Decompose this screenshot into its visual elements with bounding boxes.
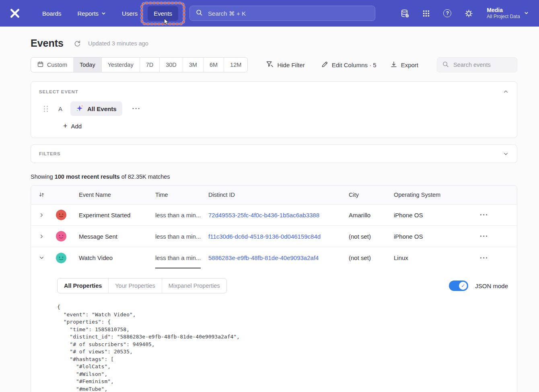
row-menu-button[interactable]: ··· [480,254,488,262]
all-events-label: All Events [87,105,117,112]
avatar [56,231,66,241]
nav-item-label: Reports [78,10,99,17]
date-range-3m[interactable]: 3M [183,58,203,72]
results-summary: Showing 100 most recent results of 82.35… [31,173,517,180]
calendar-icon [37,61,44,69]
hide-filter-button[interactable]: Hide Filter [266,60,304,69]
events-table: Event Name Time Distinct ID City Operati… [31,185,517,392]
page-title: Events [31,37,64,49]
distinct-id-link[interactable]: 72d49553-25fc-4f0c-b436-1b5ac6ab3388 [208,212,349,219]
events-page: Events Updated 3 minutes ago Custom Toda… [0,27,539,392]
distinct-id-link[interactable]: 5886283e-e9fb-48fb-81de-40e9093a2af4 [208,254,349,261]
filters-card[interactable]: FILTERS [31,144,517,163]
row-menu-button[interactable]: ··· [480,211,488,219]
date-range-yesterday[interactable]: Yesterday [101,58,140,72]
event-json-view: { "event": "Watch Video", "properties": … [57,303,509,392]
search-icon [195,9,203,18]
time-cell: less than a min... [155,254,208,261]
event-name-cell: Experiment Started [79,212,155,219]
global-search[interactable] [189,6,375,21]
time-cell: less than a min... [155,212,208,219]
properties-tabs: All Properties Your Properties Mixpanel … [57,278,227,293]
download-icon [390,61,397,69]
primary-nav: Boards Reports Users Events [36,6,178,21]
sort-icon[interactable] [38,192,45,198]
search-events-box[interactable] [437,57,517,72]
nav-item-boards[interactable]: Boards [36,6,68,21]
nav-item-label: Events [154,10,172,17]
nav-item-label: Boards [42,10,62,17]
time-column-underline [155,268,201,268]
collapse-chevron-up-icon[interactable] [503,89,509,95]
last-updated-text: Updated 3 minutes ago [88,40,148,47]
os-cell: Linux [394,254,480,261]
help-icon[interactable]: ? [442,8,452,18]
avatar [56,253,66,263]
data-management-icon[interactable] [400,8,409,18]
date-range-6m[interactable]: 6M [203,58,224,72]
search-events-input[interactable] [453,61,512,68]
city-cell: (not set) [349,233,394,240]
row-menu-button[interactable]: ··· [480,232,488,240]
chevron-down-icon [101,10,106,17]
search-icon [442,61,449,69]
apps-grid-icon[interactable] [421,8,431,18]
plus-icon: + [63,122,68,130]
export-button[interactable]: Export [390,61,418,69]
os-cell: iPhone OS [394,212,480,219]
column-header-city[interactable]: City [349,192,394,198]
refresh-icon[interactable] [73,39,81,47]
date-range-12m[interactable]: 12M [224,58,247,72]
chevron-right-icon[interactable] [39,212,45,218]
distinct-id-link[interactable]: f11c30d6-dc6d-4518-9136-0d046159c84d [208,233,349,240]
table-row-expanded[interactable]: Watch Video less than a min... 5886283e-… [31,247,517,268]
all-events-selector[interactable]: All Events [70,101,122,116]
time-cell: less than a min... [155,233,208,240]
date-range-custom[interactable]: Custom [31,58,73,72]
nav-item-users[interactable]: Users [116,6,144,21]
table-header: Event Name Time Distinct ID City Operati… [31,186,517,204]
select-event-title: SELECT EVENT [39,89,78,94]
nav-item-events[interactable]: Events [148,6,178,21]
results-count: 100 most recent results [55,173,120,180]
cursor-icon [164,18,170,27]
pencil-icon [321,61,328,69]
json-mode-toggle[interactable]: ✓ [449,281,468,291]
toggle-check-icon: ✓ [459,282,467,290]
project-selector[interactable]: Media All Project Data [487,7,529,20]
event-selector-row: A All Events ··· [39,101,509,116]
event-name-cell: Message Sent [79,233,155,240]
column-header-distinct-id[interactable]: Distinct ID [208,192,349,198]
table-row[interactable]: Message Sent less than a min... f11c30d6… [31,226,517,247]
nav-item-reports[interactable]: Reports [72,6,112,21]
drag-handle-icon[interactable] [44,106,48,112]
edit-columns-button[interactable]: Edit Columns · 5 [321,61,376,69]
tab-mixpanel-properties[interactable]: Mixpanel Properties [162,279,226,293]
event-options-menu[interactable]: ··· [132,105,141,113]
json-mode-label: JSON mode [475,283,508,289]
chevron-right-icon[interactable] [39,233,45,239]
nav-item-label: Users [122,10,138,17]
tab-all-properties[interactable]: All Properties [58,279,108,293]
date-range-today[interactable]: Today [73,58,101,72]
page-header: Events Updated 3 minutes ago [31,37,517,49]
date-range-7d[interactable]: 7D [140,58,160,72]
column-header-time[interactable]: Time [155,192,208,198]
global-search-input[interactable] [207,10,369,17]
expand-chevron-down-icon[interactable] [503,151,509,157]
project-scope: All Project Data [487,14,520,20]
avatar [56,210,66,220]
select-event-card: SELECT EVENT A All Events ··· + Add [31,81,517,138]
chevron-down-icon[interactable] [39,255,45,261]
column-header-os[interactable]: Operating System [394,192,480,198]
table-row[interactable]: Experiment Started less than a min... 72… [31,204,517,226]
settings-gear-icon[interactable] [464,8,473,18]
mixpanel-logo[interactable] [9,7,21,19]
tab-your-properties[interactable]: Your Properties [108,279,161,293]
date-range-segmented: Custom Today Yesterday 7D 30D 3M 6M 12M [31,57,248,72]
row-detail-panel: All Properties Your Properties Mixpanel … [31,268,517,392]
add-event-button[interactable]: + Add [63,122,509,130]
top-navbar: Boards Reports Users Events [0,0,539,27]
column-header-event-name[interactable]: Event Name [79,192,155,198]
date-range-30d[interactable]: 30D [159,58,183,72]
